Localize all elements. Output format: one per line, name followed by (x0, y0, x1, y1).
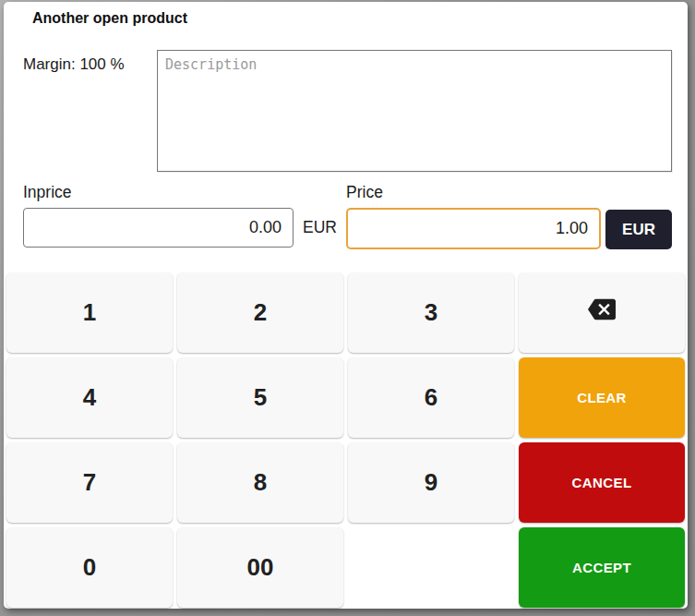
cancel-button[interactable]: CANCEL (519, 442, 685, 523)
description-input[interactable] (157, 50, 672, 172)
keypad-key-6[interactable]: 6 (348, 357, 514, 438)
price-input[interactable] (346, 208, 601, 249)
clear-button[interactable]: CLEAR (519, 357, 685, 438)
dialog-title: Another open product (32, 10, 187, 27)
inprice-label: Inprice (23, 183, 72, 202)
keypad-key-4[interactable]: 4 (6, 357, 173, 438)
keypad-key-0[interactable]: 0 (6, 527, 173, 608)
accept-button[interactable]: ACCEPT (519, 527, 685, 608)
keypad-spacer (348, 527, 514, 608)
price-currency-button[interactable]: EUR (605, 210, 672, 249)
inprice-currency-label: EUR (303, 208, 337, 248)
backspace-key[interactable] (519, 272, 685, 353)
numeric-keypad: 1 2 3 4 5 6 CLEAR 7 8 9 CANCEL 0 00 ACCE… (6, 272, 685, 608)
backspace-icon (588, 296, 616, 330)
margin-label: Margin: 100 % (23, 55, 125, 74)
keypad-key-5[interactable]: 5 (177, 357, 343, 438)
keypad-key-8[interactable]: 8 (177, 442, 343, 523)
inprice-input[interactable] (23, 208, 294, 248)
keypad-key-00[interactable]: 00 (177, 527, 343, 608)
price-label: Price (346, 183, 383, 202)
keypad-key-7[interactable]: 7 (6, 442, 173, 523)
keypad-key-3[interactable]: 3 (348, 272, 514, 353)
keypad-key-2[interactable]: 2 (177, 272, 343, 353)
keypad-key-1[interactable]: 1 (6, 272, 173, 353)
keypad-key-9[interactable]: 9 (348, 442, 514, 523)
open-product-dialog: Another open product Margin: 100 % Inpri… (4, 2, 688, 609)
